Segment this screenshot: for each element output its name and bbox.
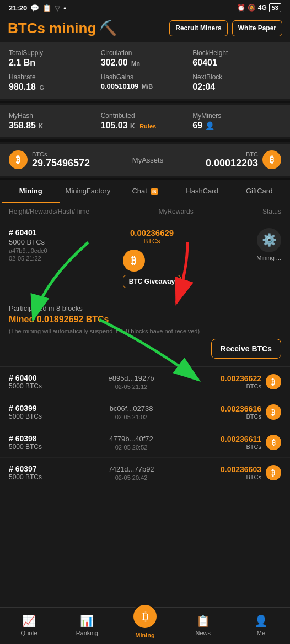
my-miners-label: MyMiners — [192, 112, 281, 120]
btcs-value: 29.75496572 — [32, 158, 90, 169]
row-hash: bc06f...02738 — [110, 404, 153, 413]
btc-giveaway-coin: ₿ — [123, 250, 145, 272]
row-number: # 60398 — [9, 434, 42, 443]
row-left: # 60400 5000 BTCs — [9, 374, 42, 390]
my-stats-grid: MyHash 358.85 K Contributed 105.03 K Rul… — [9, 112, 281, 131]
mining-status: Mining ... — [256, 255, 281, 261]
tab-hashcard[interactable]: HashCard — [174, 180, 231, 203]
nav-news[interactable]: 📋 News — [174, 614, 232, 636]
row-hash: 7421d...77b92 — [108, 465, 154, 473]
table-header: Height/Rewards/Hash/Time MyRewards Statu… — [0, 203, 290, 220]
nav-me[interactable]: 👤 Me — [232, 614, 290, 636]
row-time: 02-05 20:42 — [108, 474, 154, 481]
row-reward-unit: BTCs — [221, 383, 261, 389]
next-block-value: 02:04 — [192, 82, 281, 92]
tab-giftcard[interactable]: GiftCard — [230, 180, 288, 203]
contributed-value: 105.03 K Rules — [101, 121, 190, 131]
row-left: # 60399 5000 BTCs — [9, 404, 42, 420]
block-amount: 5000 BTCs — [9, 238, 47, 246]
hash-gains-value: 0.00510109 M/B — [101, 82, 190, 90]
row-amount: 5000 BTCs — [9, 473, 42, 481]
next-block-stat: NextBlock 02:04 — [192, 73, 281, 92]
row-mid: 7421d...77b92 02-05 20:42 — [108, 465, 154, 481]
btc-label: BTC — [206, 151, 258, 158]
row-amount: 5000 BTCs — [9, 382, 42, 390]
alarm-icon: ⏰ — [237, 4, 245, 12]
nav-quote[interactable]: 📈 Quote — [0, 614, 58, 636]
recruit-miners-button[interactable]: Recruit Miners — [169, 20, 227, 37]
my-miners-value: 69 👤 — [192, 121, 281, 131]
bottom-nav: 📈 Quote 📊 Ranking ₿ Mining 📋 News 👤 Me — [0, 607, 290, 644]
row-reward-value: 0.00236603 — [221, 465, 261, 474]
hashrate-value: 980.18 G — [9, 82, 98, 92]
mined-value: Mined 0.01892692 BTCs — [9, 315, 281, 324]
col1-header: Height/Rewards/Hash/Time — [9, 208, 89, 215]
nav-mining-center[interactable]: ₿ Mining — [116, 612, 174, 638]
table-row: # 60397 5000 BTCs 7421d...77b92 02-05 20… — [0, 458, 290, 488]
circulation-stat: Circulation 302.00 Mn — [101, 49, 190, 68]
nav-ranking[interactable]: 📊 Ranking — [58, 614, 116, 636]
assets-row: ₿ BTCs 29.75496572 MyAssets BTC 0.000122… — [0, 144, 290, 176]
row-mid: bc06f...02738 02-05 21:02 — [110, 404, 153, 420]
whatsapp-icon: 💬 — [30, 4, 39, 12]
row-number: # 60397 — [9, 464, 42, 473]
btcs-left: ₿ BTCs 29.75496572 — [9, 150, 90, 169]
stats-grid: TotalSupply 2.1 Bn Circulation 302.00 Mn… — [9, 49, 281, 92]
block-center-value: 0.00236629 — [130, 228, 174, 237]
btcs-info: BTCs 29.75496572 — [32, 151, 90, 169]
block-height-label: BlockHeight — [192, 49, 281, 57]
block-right-info: ⚙️ Mining ... — [256, 228, 281, 261]
tab-chat[interactable]: Chat ✉ — [116, 180, 174, 203]
time: 21:20 — [9, 4, 27, 12]
btcs-coin-icon: ₿ — [9, 150, 28, 169]
btc-value: 0.00012203 — [206, 158, 258, 169]
dot-icon: • — [63, 4, 66, 12]
btcs-label: BTCs — [32, 151, 90, 158]
me-label: Me — [257, 630, 265, 636]
row-right: 0.00236611 BTCs ₿ — [221, 435, 281, 450]
row-reward-unit: BTCs — [221, 474, 261, 480]
my-hash-stat: MyHash 358.85 K — [9, 112, 98, 131]
row-mid: e895d...1927b 02-05 21:12 — [108, 374, 154, 390]
participated-title: Participated in 8 blocks — [9, 304, 281, 312]
row-reward-value: 0.00236616 — [221, 404, 261, 413]
tab-mining-factory[interactable]: MiningFactory — [60, 180, 117, 203]
mining-coin-icon: ₿ — [132, 603, 158, 630]
block-hash: a47b9...0edc0 — [9, 247, 47, 254]
row-right: 0.00236622 BTCs ₿ — [221, 374, 281, 389]
white-paper-button[interactable]: White Paper — [232, 20, 282, 37]
tab-mining[interactable]: Mining — [2, 180, 60, 203]
mute-icon: 🔕 — [248, 4, 256, 12]
hashrate-label: Hashrate — [9, 73, 98, 81]
block-height-value: 60401 — [192, 58, 281, 68]
row-right: 0.00236603 BTCs ₿ — [221, 465, 281, 480]
header-buttons: Recruit Miners White Paper — [169, 20, 282, 37]
col3-header: Status — [262, 208, 281, 215]
vpn-icon: ▽ — [55, 4, 60, 12]
stats-section: TotalSupply 2.1 Bn Circulation 302.00 Mn… — [0, 42, 290, 99]
battery-icon: 53 — [269, 3, 281, 12]
table-row: # 60400 5000 BTCs e895d...1927b 02-05 21… — [0, 367, 290, 397]
logo-text: BTCs mining — [8, 20, 96, 37]
quote-label: Quote — [21, 630, 37, 636]
status-left: 21:20 💬 📋 ▽ • — [9, 4, 66, 12]
row-btc-icon: ₿ — [266, 404, 281, 420]
app-logo: BTCs mining ⛏️ — [8, 20, 117, 37]
row-time: 02-05 20:52 — [109, 444, 153, 451]
row-time: 02-05 21:12 — [108, 383, 154, 390]
participated-block: Participated in 8 blocks Mined 0.0189269… — [0, 296, 290, 367]
row-mid: 4779b...40f72 02-05 20:52 — [109, 435, 153, 451]
my-assets-label: MyAssets — [132, 156, 163, 164]
rules-link[interactable]: Rules — [139, 123, 156, 129]
app-header: BTCs mining ⛏️ Recruit Miners White Pape… — [0, 15, 290, 42]
row-btc-icon: ₿ — [266, 465, 281, 480]
btc-giveaway-button[interactable]: BTC Giveaway — [123, 275, 181, 288]
row-reward-info: 0.00236616 BTCs — [221, 404, 261, 420]
receive-btcs-button[interactable]: Receive BTCs — [211, 339, 281, 359]
btc-coin-icon: ₿ — [262, 150, 281, 169]
row-btc-icon: ₿ — [266, 435, 281, 450]
mining-nav-label: Mining — [135, 632, 154, 638]
circulation-label: Circulation — [101, 49, 190, 57]
block-number: # 60401 — [9, 228, 47, 237]
row-reward-info: 0.00236611 BTCs — [221, 435, 261, 450]
